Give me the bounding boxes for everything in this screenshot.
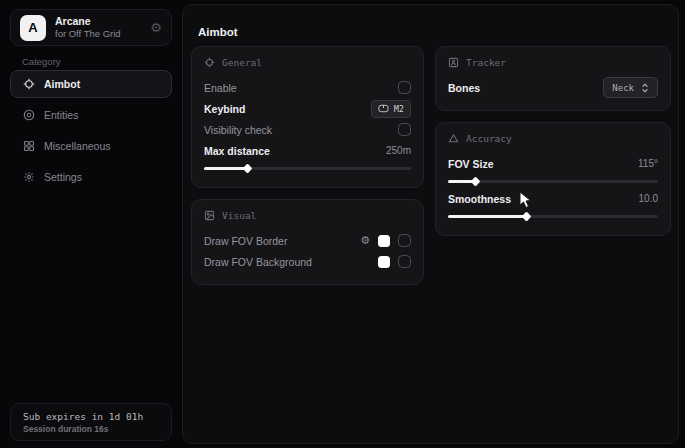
bones-label: Bones <box>448 82 480 94</box>
smoothness-label: Smoothness <box>448 193 511 205</box>
max-distance-value: 250m <box>386 145 411 156</box>
image-icon <box>204 210 215 221</box>
page-title: Aimbot <box>198 26 238 38</box>
sidebar-item-entities[interactable]: Entities <box>10 101 172 129</box>
visibility-checkbox[interactable] <box>398 123 411 136</box>
bones-select[interactable]: Neck <box>603 77 658 98</box>
fov-background-color-swatch[interactable] <box>378 256 390 268</box>
slider-thumb[interactable] <box>521 211 531 221</box>
app-name: Arcane <box>55 15 141 28</box>
fov-border-color-swatch[interactable] <box>378 235 390 247</box>
sidebar-nav: Aimbot Entities Miscellaneous Settings <box>10 70 172 194</box>
sidebar-item-settings[interactable]: Settings <box>10 163 172 191</box>
category-label: Category <box>22 56 61 67</box>
max-distance-slider[interactable] <box>204 167 411 170</box>
slider-thumb[interactable] <box>471 176 481 186</box>
triangle-icon <box>448 133 459 144</box>
settings-gear-icon[interactable]: ⚙ <box>150 21 162 34</box>
fov-border-checkbox[interactable] <box>398 234 411 247</box>
fov-background-checkbox[interactable] <box>398 255 411 268</box>
person-target-icon <box>448 57 459 68</box>
session-duration-text: Session duration 16s <box>23 424 159 434</box>
bones-selected-value: Neck <box>612 83 634 93</box>
app-logo: A <box>20 15 46 41</box>
mouse-icon <box>378 104 389 113</box>
smoothness-slider[interactable] <box>448 215 658 218</box>
keybind-label: Keybind <box>204 103 245 115</box>
chevron-up-down-icon <box>641 83 649 93</box>
visual-card: Visual Draw FOV Border ⚙ Draw FOV Backgr… <box>191 199 424 285</box>
mouse-cursor <box>519 191 533 209</box>
fov-size-value: 115° <box>638 158 658 169</box>
draw-fov-background-label: Draw FOV Background <box>204 256 312 268</box>
sidebar-item-miscellaneous[interactable]: Miscellaneous <box>10 132 172 160</box>
draw-fov-border-label: Draw FOV Border <box>204 235 287 247</box>
gear-icon <box>23 171 35 183</box>
sidebar-item-label: Entities <box>44 109 78 121</box>
sub-expiry-text: Sub expires in 1d 01h <box>23 411 159 422</box>
enable-label: Enable <box>204 82 237 94</box>
sidebar-item-label: Settings <box>44 171 82 183</box>
visibility-check-label: Visibility check <box>204 124 272 136</box>
smoothness-value: 10.0 <box>639 193 658 204</box>
sidebar-item-label: Aimbot <box>44 78 80 90</box>
accuracy-card: Accuracy FOV Size 115° Smoothness 10.0 <box>435 122 671 236</box>
slider-thumb[interactable] <box>243 163 253 173</box>
sidebar-item-label: Miscellaneous <box>44 140 111 152</box>
enable-checkbox[interactable] <box>398 81 411 94</box>
subscription-info: Sub expires in 1d 01h Session duration 1… <box>10 403 172 441</box>
sidebar: A Arcane for Off The Grid ⚙ Category Aim… <box>0 0 180 448</box>
card-title: General <box>222 57 262 68</box>
general-card: General Enable Keybind M2 Visi <box>191 46 424 188</box>
crosshair-icon <box>23 78 35 90</box>
app-tagline: for Off The Grid <box>55 28 141 40</box>
main-panel: Aimbot General Enable Keybind <box>182 4 679 444</box>
eye-icon <box>23 109 35 121</box>
grid-icon <box>23 140 35 152</box>
card-title: Tracker <box>466 57 506 68</box>
fov-size-label: FOV Size <box>448 158 494 170</box>
crosshair-icon <box>204 57 215 68</box>
sidebar-item-aimbot[interactable]: Aimbot <box>10 70 172 98</box>
fov-size-slider[interactable] <box>448 180 658 183</box>
app-header: A Arcane for Off The Grid ⚙ <box>10 9 172 46</box>
max-distance-label: Max distance <box>204 145 270 157</box>
app-window: A Arcane for Off The Grid ⚙ Category Aim… <box>0 0 685 448</box>
keybind-value: M2 <box>394 104 404 114</box>
keybind-button[interactable]: M2 <box>371 100 411 118</box>
card-title: Accuracy <box>466 133 512 144</box>
fov-border-settings-icon[interactable]: ⚙ <box>360 235 370 246</box>
card-title: Visual <box>222 210 256 221</box>
tracker-card: Tracker Bones Neck <box>435 46 671 111</box>
